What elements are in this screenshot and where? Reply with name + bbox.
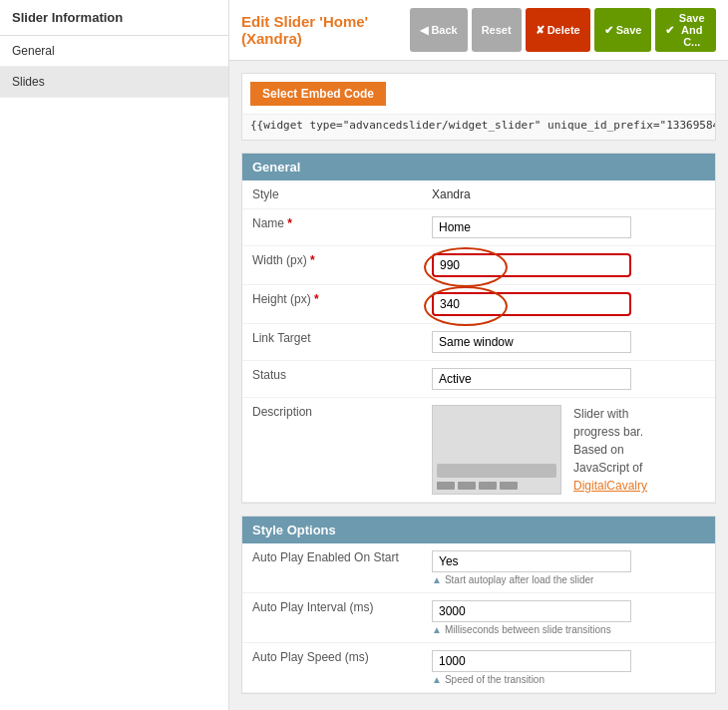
table-row: Description bbox=[242, 398, 715, 503]
table-row: Auto Play Interval (ms) ▲ Milliseconds b… bbox=[242, 593, 715, 643]
general-section-header: General bbox=[242, 154, 715, 180]
table-row: Link Target bbox=[242, 324, 715, 361]
table-row: Style Xandra bbox=[242, 180, 715, 209]
description-preview bbox=[432, 405, 561, 495]
table-row: Auto Play Speed (ms) ▲ Speed of the tran… bbox=[242, 643, 715, 693]
preview-dot bbox=[458, 482, 476, 490]
height-highlight bbox=[432, 292, 631, 316]
style-options-table: Auto Play Enabled On Start ▲ Start autop… bbox=[242, 543, 715, 693]
autoplay-interval-input[interactable] bbox=[432, 600, 631, 622]
autoplay-speed-input[interactable] bbox=[432, 650, 631, 672]
autoplay-enabled-label: Auto Play Enabled On Start bbox=[242, 543, 422, 593]
general-form-table: Style Xandra Name * Width (px) * bbox=[242, 180, 715, 503]
info-icon: ▲ bbox=[432, 574, 442, 585]
width-input[interactable] bbox=[432, 253, 631, 277]
embed-code-section: Select Embed Code {{widget type="advance… bbox=[241, 73, 716, 141]
link-target-input[interactable] bbox=[432, 331, 631, 353]
autoplay-enabled-cell: ▲ Start autoplay after load the slider bbox=[422, 543, 715, 593]
width-label: Width (px) * bbox=[242, 246, 422, 285]
required-indicator: * bbox=[314, 292, 319, 306]
delete-button[interactable]: ✘ Delete bbox=[526, 8, 590, 52]
preview-dots bbox=[437, 482, 556, 490]
checkmark2-icon: ✔ bbox=[665, 24, 674, 37]
autoplay-interval-sublabel: ▲ Milliseconds between slide transitions bbox=[432, 624, 705, 635]
name-field-cell bbox=[422, 209, 715, 246]
width-field-cell bbox=[422, 246, 715, 285]
checkmark-icon: ✔ bbox=[604, 24, 613, 37]
sidebar: Slider Information General Slides bbox=[0, 0, 229, 710]
autoplay-speed-label: Auto Play Speed (ms) bbox=[242, 643, 422, 693]
height-field-cell bbox=[422, 285, 715, 324]
delete-icon: ✘ bbox=[536, 24, 545, 37]
table-row: Name * bbox=[242, 209, 715, 246]
width-highlight bbox=[432, 253, 631, 277]
info-icon: ▲ bbox=[432, 674, 442, 685]
style-label: Style bbox=[242, 180, 422, 209]
link-target-field-cell bbox=[422, 324, 715, 361]
status-input[interactable] bbox=[432, 368, 631, 390]
status-field-cell bbox=[422, 361, 715, 398]
sidebar-item-slides[interactable]: Slides bbox=[0, 67, 228, 98]
style-options-header: Style Options bbox=[242, 517, 715, 543]
page-content: Select Embed Code {{widget type="advance… bbox=[229, 61, 728, 710]
sidebar-item-general[interactable]: General bbox=[0, 36, 228, 67]
info-icon: ▲ bbox=[432, 624, 442, 635]
description-label: Description bbox=[242, 398, 422, 503]
description-area: Slider withprogress bar.Based onJavaScri… bbox=[432, 405, 705, 495]
main-content: Edit Slider 'Home' (Xandra) ◀ Back Reset… bbox=[229, 0, 728, 710]
required-indicator: * bbox=[310, 253, 315, 267]
style-value: Xandra bbox=[422, 180, 715, 209]
required-indicator: * bbox=[287, 216, 292, 230]
preview-bar bbox=[437, 464, 556, 478]
autoplay-interval-cell: ▲ Milliseconds between slide transitions bbox=[422, 593, 715, 643]
autoplay-enabled-input[interactable] bbox=[432, 550, 631, 572]
sidebar-title: Slider Information bbox=[0, 0, 228, 36]
autoplay-interval-label: Auto Play Interval (ms) bbox=[242, 593, 422, 643]
embed-code-value: {{widget type="advancedslider/widget_sli… bbox=[242, 114, 715, 140]
digital-cavalry-link[interactable]: DigitalCavalry bbox=[573, 479, 647, 493]
arrow-left-icon: ◀ bbox=[420, 24, 428, 37]
page-header: Edit Slider 'Home' (Xandra) ◀ Back Reset… bbox=[229, 0, 728, 61]
description-text: Slider withprogress bar.Based onJavaScri… bbox=[573, 405, 647, 495]
height-input[interactable] bbox=[432, 292, 631, 316]
status-label: Status bbox=[242, 361, 422, 398]
autoplay-speed-cell: ▲ Speed of the transition bbox=[422, 643, 715, 693]
table-row: Auto Play Enabled On Start ▲ Start autop… bbox=[242, 543, 715, 593]
description-field-cell: Slider withprogress bar.Based onJavaScri… bbox=[422, 398, 715, 503]
general-section: General Style Xandra Name * Width (px) * bbox=[241, 153, 716, 504]
save-close-button[interactable]: ✔ Save And C... bbox=[655, 8, 716, 52]
table-row: Height (px) * bbox=[242, 285, 715, 324]
app-layout: Slider Information General Slides Edit S… bbox=[0, 0, 728, 710]
preview-dot bbox=[479, 482, 497, 490]
back-button[interactable]: ◀ Back bbox=[410, 8, 467, 52]
preview-dot bbox=[500, 482, 518, 490]
autoplay-enabled-sublabel: ▲ Start autoplay after load the slider bbox=[432, 574, 705, 585]
height-label: Height (px) * bbox=[242, 285, 422, 324]
page-title: Edit Slider 'Home' (Xandra) bbox=[241, 13, 410, 47]
reset-button[interactable]: Reset bbox=[472, 8, 522, 52]
header-buttons: ◀ Back Reset ✘ Delete ✔ Save ✔ Save And … bbox=[410, 8, 716, 52]
select-embed-code-button[interactable]: Select Embed Code bbox=[250, 82, 386, 106]
table-row: Width (px) * bbox=[242, 246, 715, 285]
name-label: Name * bbox=[242, 209, 422, 246]
autoplay-speed-sublabel: ▲ Speed of the transition bbox=[432, 674, 705, 685]
table-row: Status bbox=[242, 361, 715, 398]
link-target-label: Link Target bbox=[242, 324, 422, 361]
save-button[interactable]: ✔ Save bbox=[594, 8, 652, 52]
name-input[interactable] bbox=[432, 216, 631, 238]
style-options-section: Style Options Auto Play Enabled On Start… bbox=[241, 516, 716, 694]
preview-dot bbox=[437, 482, 455, 490]
